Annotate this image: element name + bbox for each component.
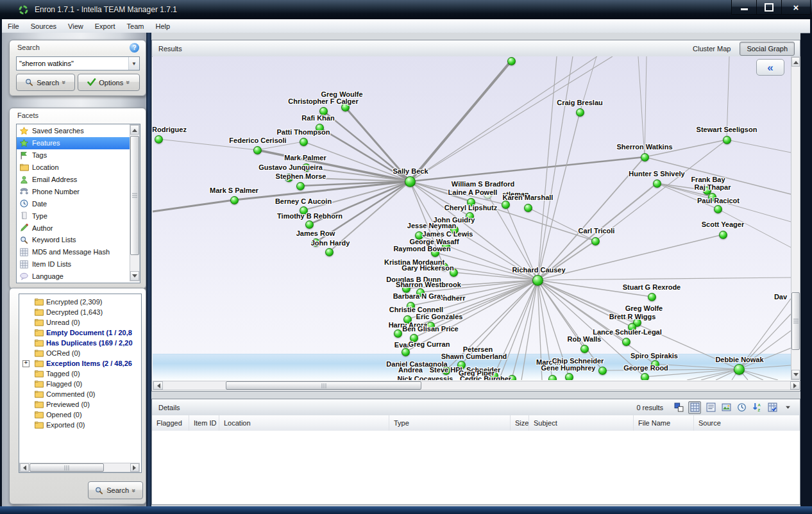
facet-item-phone-number[interactable]: Phone Number (17, 185, 130, 197)
tree-item-empty-document[interactable]: Empty Document (1 / 20,8 (19, 327, 141, 338)
scroll-left-button[interactable] (153, 381, 163, 390)
graph-node-richard-causey[interactable] (532, 275, 543, 286)
graph-node-timothy-b-rebhorn[interactable] (305, 220, 314, 229)
scrollbar-thumb[interactable] (791, 292, 800, 350)
facet-item-md5-and-message-hash[interactable]: MD5 and Message Hash (17, 246, 130, 258)
facet-item-type[interactable]: Type (17, 210, 130, 222)
scrollbar-thumb[interactable] (30, 463, 104, 472)
list-view-icon[interactable] (705, 402, 716, 413)
minimize-button[interactable] (731, 0, 757, 15)
scroll-left-button[interactable] (20, 463, 29, 472)
graph-node-scott-yeager[interactable] (719, 231, 727, 239)
sort-icon[interactable]: AZ (751, 402, 763, 413)
scroll-down-button[interactable] (130, 271, 139, 281)
facet-item-tags[interactable]: Tags (17, 149, 130, 162)
graph-node-stephen-morse[interactable] (296, 182, 305, 190)
graph-node-greg-curran[interactable] (402, 348, 410, 356)
tree-item-exported[interactable]: Exported (0) (19, 420, 141, 430)
column-header-file-name[interactable]: File Name (634, 415, 694, 431)
graph-node-patti-thompson[interactable] (300, 138, 308, 146)
tree-item-previewed[interactable]: Previewed (0) (19, 399, 141, 410)
details-table-body[interactable] (152, 431, 800, 504)
graph-node-rodriguez[interactable] (155, 135, 163, 144)
graph-node-federico-cerisoli[interactable] (253, 146, 262, 154)
dropdown-caret-icon[interactable] (782, 402, 793, 413)
graph-node-ben-glisan-price[interactable] (394, 329, 402, 338)
title-bar[interactable]: Enron 1.7.1 - Intella TEAM Manager 1.7.1… (0, 0, 812, 19)
thumbnail-view-icon[interactable] (720, 402, 732, 413)
scrollbar-thumb[interactable] (130, 136, 139, 255)
facet-item-features[interactable]: Features (17, 137, 130, 149)
graph-node-stuart-g-rexrode[interactable] (648, 293, 656, 301)
column-header-location[interactable]: Location (219, 415, 389, 431)
show-parents-icon[interactable] (673, 402, 684, 413)
graph-node-mark-s-palmer[interactable] (230, 196, 239, 204)
options-button[interactable]: Options » (78, 74, 140, 91)
facet-item-location[interactable]: Location (17, 162, 130, 174)
maximize-button[interactable] (757, 0, 782, 15)
tree-item-opened[interactable]: Opened (0) (19, 410, 141, 420)
tree-item-flagged[interactable]: Flagged (0) (19, 379, 141, 389)
column-header-size[interactable]: Size (511, 415, 529, 431)
collapse-panel-button[interactable]: « (756, 59, 784, 76)
scroll-right-button[interactable] (130, 463, 139, 472)
graph-node-top-anon[interactable] (507, 57, 516, 65)
column-header-flagged[interactable]: Flagged (152, 415, 189, 431)
facet-item-author[interactable]: Author (17, 222, 130, 234)
search-query-combobox[interactable]: ▼ (16, 56, 140, 70)
graph-node-b4[interactable] (565, 373, 573, 381)
graph-node-lance-schuler-legal[interactable] (622, 338, 630, 346)
tree-item-ocred[interactable]: OCRed (0) (19, 348, 141, 358)
tree-item-decrypted[interactable]: Decrypted (1,643) (19, 307, 141, 317)
cluster-map-button[interactable]: Cluster Map (693, 45, 731, 53)
column-header-item-id[interactable]: Item ID (189, 415, 219, 431)
tree-item-exception-items[interactable]: +Exception Items (2 / 48,26 (19, 358, 141, 369)
graph-node-craig-breslau[interactable] (576, 108, 584, 117)
graph-node-john-hardy[interactable] (325, 248, 334, 256)
tree-item-tagged[interactable]: Tagged (0) (19, 369, 141, 379)
scroll-right-button[interactable] (790, 381, 800, 390)
graph-node-karen-marshall[interactable] (524, 204, 532, 212)
search-button[interactable]: Search » (16, 74, 75, 91)
scroll-up-button[interactable] (130, 125, 139, 135)
graph-hscrollbar[interactable] (153, 381, 800, 390)
graph-node-george-rood[interactable] (641, 373, 649, 381)
sidebar-splitter[interactable] (146, 33, 151, 506)
menu-item-sources[interactable]: Sources (25, 19, 62, 33)
tree-search-button[interactable]: Search » (88, 481, 143, 499)
column-header-source[interactable]: Source (694, 415, 800, 431)
facet-item-keyword-lists[interactable]: Keyword Lists (17, 234, 130, 246)
graph-node-sally-beck[interactable] (405, 176, 416, 187)
graph-node-stewart-seeligson[interactable] (723, 136, 731, 144)
graph-node-rob-walls[interactable] (580, 345, 589, 353)
graph-node-paul-racicot[interactable] (714, 205, 722, 213)
graph-node-hunter-s-shively[interactable] (653, 179, 661, 188)
menu-item-team[interactable]: Team (121, 19, 150, 33)
graph-vscrollbar[interactable] (791, 56, 800, 380)
scrollbar-thumb[interactable] (226, 381, 421, 390)
graph-node-debbie-nowak[interactable] (734, 364, 745, 375)
tree-item-encrypted[interactable]: Encrypted (2,309) (19, 297, 141, 307)
tree-scrollbar[interactable] (19, 463, 140, 472)
social-graph-canvas[interactable]: « RodriguezGreg WoulfeChristopher F Calg… (153, 56, 791, 380)
help-icon[interactable]: ? (130, 43, 139, 53)
tree-item-has-duplicates[interactable]: Has Duplicates (169 / 2,20 (19, 338, 141, 348)
combobox-dropdown-icon[interactable]: ▼ (128, 57, 139, 70)
tree-item-commented[interactable]: Commented (0) (19, 389, 141, 399)
scroll-up-button[interactable] (791, 57, 800, 67)
close-button[interactable]: × (782, 0, 811, 15)
facet-item-date[interactable]: Date (17, 197, 130, 210)
column-chooser-icon[interactable] (766, 402, 778, 413)
graph-node-carl-tricoli[interactable] (591, 237, 600, 245)
graph-node-b5[interactable] (598, 367, 607, 375)
menu-item-view[interactable]: View (62, 19, 89, 33)
facets-scrollbar[interactable] (130, 124, 140, 281)
search-query-input[interactable] (17, 60, 128, 67)
column-header-subject[interactable]: Subject (529, 415, 634, 431)
menu-item-file[interactable]: File (2, 19, 25, 33)
timeline-view-icon[interactable] (736, 402, 747, 413)
expander-plus-icon[interactable]: + (22, 360, 30, 367)
menu-item-help[interactable]: Help (149, 19, 176, 33)
menu-item-export[interactable]: Export (89, 19, 121, 33)
column-header-type[interactable]: Type (389, 415, 511, 431)
